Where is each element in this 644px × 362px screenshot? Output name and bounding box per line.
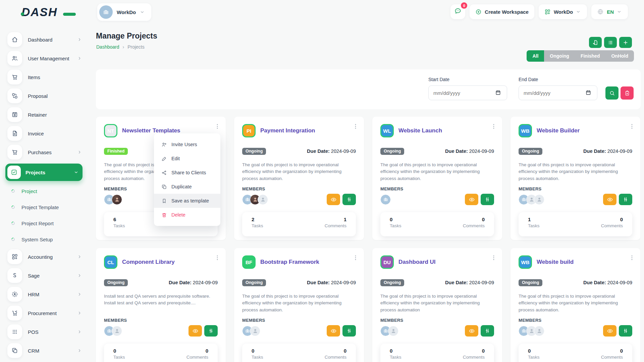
project-card-header: WLWebsite Launch (380, 124, 494, 137)
project-menu-button[interactable] (628, 122, 636, 131)
sidebar-subitem-system-setup[interactable]: System Setup (11, 233, 83, 246)
project-menu-button[interactable] (490, 253, 497, 262)
due-date: Due Date: 2024-09-09 (307, 148, 356, 154)
members-label: MEMBERS (104, 318, 218, 323)
sidebar-item-dashboard[interactable]: Dashboard (7, 32, 83, 47)
messages-button[interactable]: 0 (450, 4, 465, 19)
sidebar-subitem-project-template[interactable]: Project Template (11, 200, 83, 214)
project-title-link[interactable]: Website Launch (398, 127, 442, 134)
menu-item-label: Share to Clients (171, 170, 206, 175)
reset-filter-button[interactable] (621, 86, 634, 100)
tasks-label: Tasks (113, 355, 125, 360)
sidebar-subitem-project[interactable]: Project (11, 184, 83, 198)
project-menu-button[interactable] (352, 253, 359, 262)
view-project-button[interactable] (603, 194, 616, 205)
tasks-count: 1 (528, 217, 540, 222)
sidebar-item-purchases[interactable]: Purchases (7, 145, 83, 160)
sidebar-item-sage[interactable]: Sage (7, 268, 83, 283)
view-project-button[interactable] (465, 194, 478, 205)
project-menu-button[interactable] (352, 122, 359, 131)
breadcrumb-dashboard-link[interactable]: Dashboard (96, 44, 119, 50)
menu-item-share-to-clients[interactable]: Share to Clients (154, 166, 220, 180)
project-avatar: WB (519, 124, 532, 137)
logo-dash-icon (63, 13, 76, 16)
menu-item-save-as-template[interactable]: Save as template (154, 194, 220, 208)
menu-item-delete[interactable]: Delete (154, 208, 220, 222)
create-workspace-button[interactable]: Create Workspace (470, 4, 534, 19)
add-project-button[interactable] (619, 37, 632, 48)
menu-item-duplicate[interactable]: Duplicate (154, 180, 220, 194)
status-badge: Ongoing (380, 279, 404, 286)
filter-tab-onhold[interactable]: OnHold (605, 50, 634, 62)
project-card-header: WBWebsite Builder (519, 124, 632, 137)
project-title-link[interactable]: Website Builder (537, 127, 580, 134)
filter-panel: Start Date End Date (96, 69, 641, 109)
filter-tab-finished[interactable]: Finished (575, 50, 606, 62)
members-label: MEMBERS (242, 318, 356, 323)
project-title-link[interactable]: Website build (537, 259, 574, 265)
member-avatars (104, 326, 122, 336)
view-project-button[interactable] (327, 194, 340, 205)
app-logo[interactable]: DASH (21, 5, 72, 19)
comments-count: 0 (463, 217, 485, 222)
sidebar-item-crm[interactable]: CRM (7, 343, 83, 358)
list-view-button[interactable] (604, 37, 617, 48)
sidebar-item-invoice[interactable]: Invoice (7, 126, 83, 141)
sidebar-subitem-project-report[interactable]: Project Report (11, 217, 83, 230)
progress-button[interactable] (481, 325, 494, 337)
progress-button[interactable] (619, 325, 632, 337)
filter-tab-ongoing[interactable]: Ongoing (544, 50, 575, 62)
view-project-button[interactable] (189, 325, 202, 337)
check-square-icon (7, 166, 21, 179)
project-stats: 0Tasks0Comments (519, 344, 632, 362)
progress-button[interactable] (342, 194, 356, 205)
project-card-header: CLComponent Library (104, 255, 218, 269)
tasks-label: Tasks (390, 223, 401, 228)
project-title-link[interactable]: Payment Integration (260, 127, 315, 134)
workspace-switcher[interactable]: WorkDo (97, 3, 151, 21)
invoice-icon (7, 126, 22, 141)
menu-item-edit[interactable]: Edit (154, 152, 220, 166)
app-menu-dropdown[interactable]: WorkDo (539, 4, 587, 19)
progress-button[interactable] (481, 194, 494, 205)
project-menu-button[interactable] (214, 122, 221, 131)
language-dropdown[interactable]: EN (591, 4, 628, 19)
view-project-button[interactable] (465, 325, 478, 337)
project-menu-button[interactable] (214, 253, 221, 262)
project-card: PIPayment IntegrationOngoingDue Date: 20… (234, 117, 364, 240)
page-title: Manage Projects (96, 32, 157, 41)
tasks-count: 0 (390, 217, 401, 222)
sidebar-item-projects[interactable]: Projects (5, 164, 83, 181)
sidebar-item-proposal[interactable]: Proposal (7, 88, 83, 103)
due-date: Due Date: 2024-09-09 (583, 148, 632, 154)
project-title-link[interactable]: Dashboard UI (398, 259, 436, 265)
sidebar-item-retainer[interactable]: Retainer (7, 107, 83, 122)
sidebar-item-items[interactable]: Items (7, 70, 83, 84)
filter-tab-all[interactable]: All (527, 50, 544, 62)
project-card: BFBootstrap FrameworkOngoingDue Date: 20… (234, 248, 364, 362)
sidebar-subitem-label: System Setup (21, 237, 53, 242)
menu-item-invite-users[interactable]: Invite Users (154, 137, 220, 152)
progress-button[interactable] (342, 325, 356, 337)
search-button[interactable] (605, 86, 619, 100)
tasks-label: Tasks (528, 355, 540, 360)
sidebar-item-pos[interactable]: POS (7, 324, 83, 339)
project-title-link[interactable]: Newsletter Templates (122, 127, 180, 134)
end-date-input[interactable] (519, 85, 597, 100)
sidebar-item-user-management[interactable]: User Management (7, 51, 83, 66)
progress-button[interactable] (619, 194, 632, 205)
members-row (380, 325, 494, 336)
project-title-link[interactable]: Bootstrap Framework (260, 259, 319, 265)
sidebar-item-procurement[interactable]: Procurement (7, 306, 83, 320)
project-menu-button[interactable] (628, 253, 636, 262)
breadcrumb-separator: › (123, 44, 124, 50)
project-menu-button[interactable] (490, 122, 497, 131)
template-button[interactable] (589, 37, 602, 48)
sidebar-item-accounting[interactable]: Accounting (7, 249, 83, 264)
project-title-link[interactable]: Component Library (122, 259, 175, 265)
view-project-button[interactable] (603, 325, 616, 337)
sidebar-item-hrm[interactable]: HRM (7, 287, 83, 302)
progress-button[interactable] (204, 325, 218, 337)
view-project-button[interactable] (327, 325, 340, 337)
start-date-input[interactable] (428, 85, 507, 100)
